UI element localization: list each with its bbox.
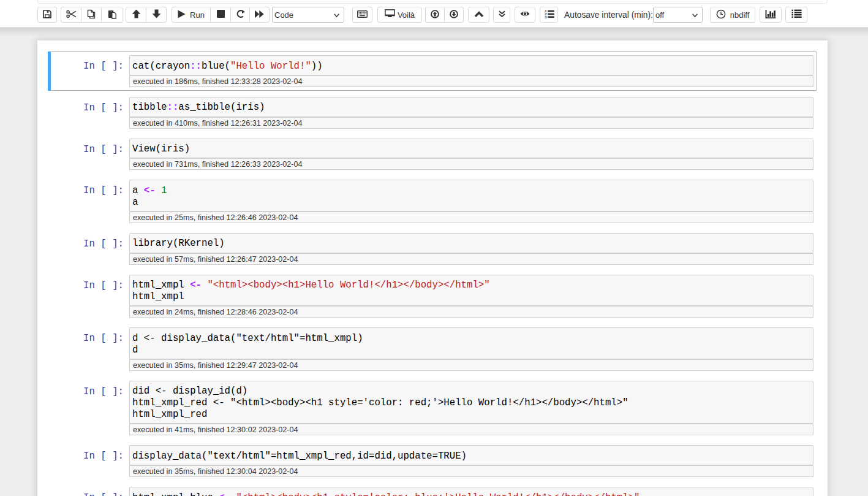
- svg-text:3: 3: [545, 15, 547, 19]
